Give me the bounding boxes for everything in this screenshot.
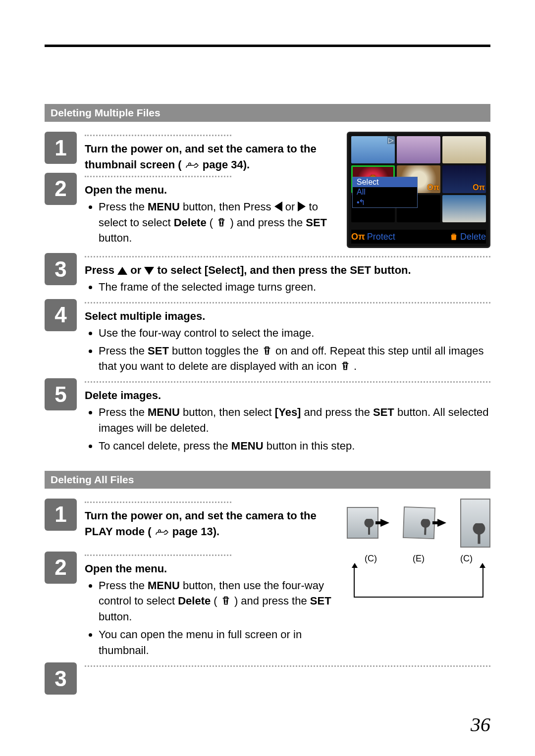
dotted-divider [85, 381, 490, 383]
bullet: The frame of the selected image turns gr… [99, 279, 490, 295]
text: or [130, 264, 144, 276]
section-header-deleting-all: Deleting All Files [45, 471, 490, 489]
right-arrow-icon [437, 519, 458, 527]
s2-step-1: 1 Turn the power on, and set the camera … [45, 499, 338, 552]
lcd-screen: ▷ Oπ Oπ Select All •↰ [347, 132, 490, 248]
lcd-figure: ▷ Oπ Oπ Select All •↰ [347, 132, 490, 248]
text: button toggles the [169, 345, 262, 357]
s2-step-2: 2 Open the menu. Press the MENU button, … [45, 552, 338, 662]
text: SET [310, 595, 331, 607]
text: Delete [174, 216, 207, 229]
text: Press the [99, 579, 148, 592]
text: ( [211, 595, 220, 607]
text: SET [306, 216, 327, 229]
text: button in this step. [264, 440, 355, 452]
dotted-divider [85, 302, 490, 303]
bullet: Press the MENU button, then Press or to … [99, 199, 338, 247]
step-4: 4 Select multiple images. Use the four-w… [45, 299, 490, 379]
loop-bracket [354, 567, 483, 598]
thumb-1: ▷ [351, 136, 395, 163]
lock-mark-icon: Oπ [427, 183, 439, 192]
text: MENU [148, 201, 180, 213]
dotted-divider [85, 256, 490, 257]
lcd-delete-label: Delete [449, 232, 486, 242]
trash-icon [340, 360, 351, 371]
lock-icon: Oπ [351, 232, 365, 242]
step-number: 4 [45, 299, 77, 331]
step-3: 3 Press or to select [Select], and then … [45, 253, 490, 299]
rot-thumb-before-2 [403, 506, 436, 539]
text: MENU [231, 440, 264, 452]
step-number: 2 [45, 173, 77, 205]
manual-page: Deleting Multiple Files ▷ Oπ Oπ [0, 0, 535, 756]
text: to select [Select], and then press the S… [157, 264, 411, 276]
text: or [285, 201, 298, 213]
step-title: Turn the power on, and set the camera to… [85, 509, 317, 538]
text: MENU [148, 579, 180, 592]
bullet: Press the SET button toggles the on and … [99, 343, 490, 375]
pointing-hand-icon [155, 528, 169, 537]
bullet: Press the MENU button, then select [Yes]… [99, 404, 490, 436]
bullet: Press the MENU button, then use the four… [99, 578, 338, 625]
step-number: 1 [45, 132, 77, 164]
text: [Yes] [275, 406, 301, 418]
dotted-divider [85, 135, 231, 136]
step-title: Press or to select [Select], and then pr… [85, 262, 490, 278]
section-header-deleting-multiple: Deleting Multiple Files [45, 104, 490, 122]
text: Delete [178, 595, 211, 607]
step-body: Open the menu. Press the MENU button, th… [85, 552, 338, 662]
text: To cancel delete, press the [99, 440, 231, 452]
text: Press the [99, 201, 148, 213]
top-rule [45, 45, 490, 47]
right-arrow-icon [380, 519, 401, 527]
label-c: (C) [365, 554, 377, 564]
page-number: 36 [471, 713, 490, 736]
text: button, then Press [180, 201, 274, 213]
lcd-protect-label: Oπ Protect [351, 232, 395, 242]
text: button. [99, 232, 132, 244]
step-body: Press or to select [Select], and then pr… [85, 253, 490, 299]
thumb-2 [397, 136, 440, 163]
trash-icon [220, 595, 231, 606]
text: SET [148, 345, 169, 357]
step-body: Turn the power on, and set the camera to… [85, 132, 338, 173]
text: ( [207, 216, 216, 229]
right-arrow-icon [298, 202, 306, 211]
protect-text: Protect [367, 232, 395, 242]
menu-option-all: All [353, 187, 417, 197]
dotted-divider [85, 665, 490, 667]
down-arrow-icon [144, 267, 154, 275]
text: Turn the power on, and set the camera to… [85, 143, 317, 171]
thumb-6: Oπ [442, 165, 486, 193]
lock-mark-icon: Oπ [473, 183, 485, 192]
page-content: Deleting Multiple Files ▷ Oπ Oπ [45, 104, 490, 695]
text: Press the [99, 406, 148, 418]
label-e: (E) [413, 554, 425, 564]
rot-thumb-after [460, 499, 490, 548]
text: button, then select [180, 406, 275, 418]
step-5: 5 Delete images. Press the MENU button, … [45, 378, 490, 458]
bullet: Use the four-way control to select the i… [99, 325, 490, 341]
thumb-9 [442, 195, 486, 222]
text: page 34). [203, 158, 250, 171]
step-number: 1 [45, 499, 77, 531]
text: Press [85, 264, 117, 276]
trash-icon [449, 232, 458, 242]
left-arrow-icon [274, 202, 282, 211]
rotate-figure: (C) (E) (C) [347, 499, 490, 593]
step-title: Open the menu. [85, 561, 338, 577]
text: ) and press the [234, 595, 310, 607]
step-body: Delete images. Press the MENU button, th… [85, 378, 490, 458]
label-c: (C) [460, 554, 473, 564]
dotted-divider [85, 554, 231, 556]
step-number: 2 [45, 552, 77, 584]
delete-text: Delete [460, 232, 486, 242]
step-body: Select multiple images. Use the four-way… [85, 299, 490, 379]
rotate-diagram: (C) (E) (C) [347, 499, 490, 593]
pointing-hand-icon [185, 161, 200, 170]
step-number: 5 [45, 378, 77, 410]
menu-option-back: •↰ [353, 197, 417, 207]
bullet: To cancel delete, press the MENU button … [99, 438, 490, 454]
thumb-3 [442, 136, 486, 163]
step-title: Turn the power on, and set the camera to… [85, 143, 317, 171]
